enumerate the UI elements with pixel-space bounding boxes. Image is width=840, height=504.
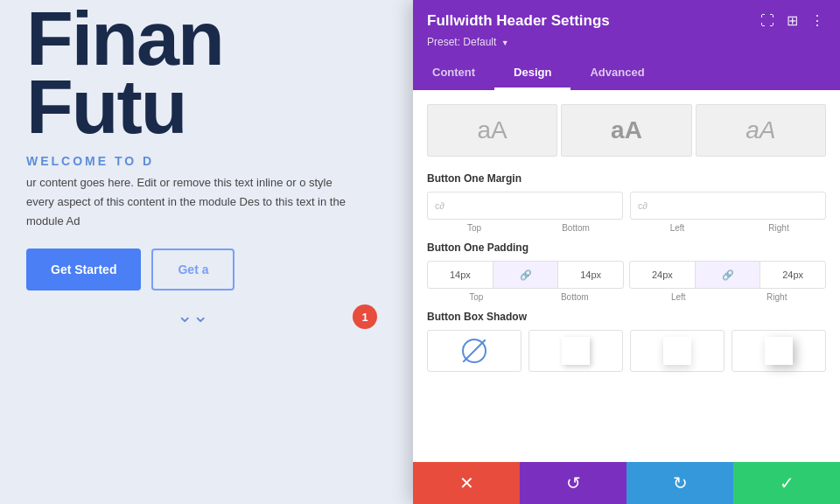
padding-right-field[interactable]: 24px [760, 262, 825, 288]
panel-preset-selector[interactable]: Preset: Default ▼ [427, 36, 826, 48]
padding-fields-row: 14px 🔗 14px 24px 🔗 24px [427, 261, 826, 289]
padding-top-label: Top [427, 292, 526, 302]
bg-secondary-button[interactable]: Get a [151, 248, 234, 290]
shadow-style-1-item[interactable] [528, 330, 623, 372]
panel-header-icons: ⛶ ⊞ ⋮ [759, 10, 826, 31]
font-style-bold[interactable]: aA [561, 104, 691, 157]
margin-top-label: Top [427, 223, 522, 233]
tab-content[interactable]: Content [413, 57, 494, 90]
padding-left-field[interactable]: 24px [630, 262, 696, 288]
button-one-padding-label: Button One Padding [427, 242, 826, 254]
padding-link-icon[interactable]: 🔗 [494, 262, 559, 288]
shadow-box-1 [562, 337, 590, 365]
padding-left-right-group: 24px 🔗 24px [629, 261, 826, 289]
tab-design[interactable]: Design [494, 57, 570, 90]
padding-right-value: 24px [782, 270, 803, 280]
shadow-none-item[interactable] [427, 330, 522, 372]
shadow-preview-items [427, 330, 826, 372]
panel-tabs: Content Design Advanced [413, 57, 840, 90]
step-badge: 1 [353, 304, 377, 329]
margin-top-bottom-row: c∂ c∂ [427, 192, 826, 220]
columns-icon-button[interactable]: ⊞ [785, 10, 800, 31]
padding-right-label: Right [728, 292, 827, 302]
shadow-box-3 [765, 337, 793, 365]
font-preview-normal-text: aA [478, 116, 508, 144]
bg-welcome-text: Welcome to D [26, 154, 154, 168]
panel-header-top: Fullwidth Header Settings ⛶ ⊞ ⋮ [427, 10, 826, 31]
margin-right-label: Right [732, 223, 826, 233]
no-shadow-icon [462, 339, 486, 363]
padding-left-value: 24px [652, 270, 673, 280]
padding-link-icon-2[interactable]: 🔗 [696, 262, 761, 288]
font-style-normal[interactable]: aA [427, 104, 557, 157]
shadow-style-2-item[interactable] [630, 330, 724, 372]
padding-labels-row: Top Bottom Left Right [427, 292, 826, 302]
font-preview-italic-text: aA [746, 116, 775, 144]
redo-button[interactable]: ↻ [626, 462, 733, 504]
tab-advanced[interactable]: Advanced [570, 57, 663, 90]
margin-top-placeholder: c∂ [435, 200, 444, 211]
preset-arrow-icon: ▼ [501, 38, 509, 47]
padding-bottom-value: 14px [580, 270, 601, 280]
margin-bottom-placeholder: c∂ [638, 200, 648, 211]
save-button[interactable]: ✓ [733, 462, 840, 504]
shadow-box-2 [663, 337, 691, 365]
panel-title: Fullwidth Header Settings [427, 12, 610, 30]
padding-top-bottom-group: 14px 🔗 14px [427, 261, 624, 289]
shadow-style-3-item[interactable] [732, 330, 826, 372]
bg-get-started-button[interactable]: Get Started [26, 248, 141, 290]
link-chain-icon-2: 🔗 [722, 270, 734, 281]
padding-left-right-labels: Left Right [629, 292, 826, 302]
font-style-previews: aA aA aA [427, 104, 826, 157]
panel-header: Fullwidth Header Settings ⛶ ⊞ ⋮ Preset: … [413, 0, 840, 57]
padding-left-label: Left [629, 292, 728, 302]
padding-bottom-label: Bottom [526, 292, 625, 302]
more-options-icon-button[interactable]: ⋮ [808, 10, 826, 31]
padding-top-value: 14px [450, 270, 471, 280]
font-preview-bold-text: aA [611, 116, 642, 144]
settings-panel: Fullwidth Header Settings ⛶ ⊞ ⋮ Preset: … [413, 0, 840, 504]
margin-bottom-label: Bottom [528, 223, 623, 233]
padding-bottom-field[interactable]: 14px [558, 262, 623, 288]
cancel-button[interactable]: ✕ [413, 462, 520, 504]
panel-body: aA aA aA Button One Margin c∂ c∂ Top Bot… [413, 90, 840, 462]
reset-button[interactable]: ↺ [520, 462, 626, 504]
expand-icon-button[interactable]: ⛶ [759, 11, 776, 31]
button-box-shadow-label: Button Box Shadow [427, 311, 826, 323]
margin-top-field[interactable]: c∂ [427, 192, 623, 220]
panel-footer: ✕ ↺ ↻ ✓ [413, 462, 840, 504]
bg-body-text: ur content goes here. Edit or remove thi… [26, 173, 359, 231]
font-style-italic[interactable]: aA [696, 104, 826, 157]
bg-scroll-chevron: ⌄⌄ [26, 304, 359, 327]
margin-left-label: Left [630, 223, 724, 233]
padding-top-bottom-labels: Top Bottom [427, 292, 624, 302]
link-chain-icon: 🔗 [520, 270, 532, 281]
button-one-margin-label: Button One Margin [427, 172, 826, 185]
margin-bottom-field[interactable]: c∂ [630, 192, 826, 220]
padding-top-field[interactable]: 14px [428, 262, 494, 288]
margin-top-bottom-labels: Top Bottom Left Right [427, 223, 826, 233]
bg-headline-2: Futu [26, 68, 186, 145]
